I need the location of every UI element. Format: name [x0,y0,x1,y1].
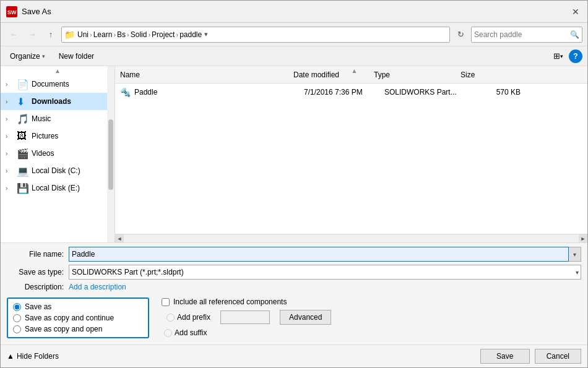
chevron-up-icon: ▲ [7,352,14,361]
sidebar-scroll-up: ▲ [1,66,115,75]
folder-icon: 📁 [64,30,75,40]
sidebar-item-downloads[interactable]: › ⬇ Downloads [1,93,115,110]
sidebar: ▲ › 📄 Documents › ⬇ Downloads › 🎵 Music … [1,66,115,242]
save-as-type-select[interactable]: SOLIDWORKS Part (*.prt;*.sldprt) [69,265,581,280]
title-bar: SW Save As ✕ [1,1,587,23]
radio-save-copy-continue-input[interactable] [13,314,21,322]
search-input[interactable] [474,30,570,39]
expand-arrow-pictures: › [6,133,13,140]
dialog-title: Save As [22,7,569,16]
cancel-button[interactable]: Cancel [535,349,581,364]
radio-save-copy-open-label: Save as copy and open [25,325,102,333]
organize-button[interactable]: Organize ▾ [6,50,50,62]
up-button[interactable]: ↑ [43,27,59,43]
sidebar-item-label-local-e: Local Disk (E:) [32,184,80,192]
sidebar-item-label-videos: Videos [32,149,54,158]
radio-save-as[interactable]: Save as [13,302,143,311]
forward-button[interactable]: → [24,27,40,43]
file-name-row: File name: ▾ [7,247,581,262]
breadcrumb-project[interactable]: Project [152,30,175,39]
back-button[interactable]: ← [6,27,22,43]
add-prefix-radio[interactable]: Add prefix [166,313,210,322]
sidebar-item-videos[interactable]: › 🎬 Videos [1,145,115,162]
add-description-link[interactable]: Add a description [69,283,126,291]
horizontal-scrollbar[interactable]: ◄ ► [115,234,587,242]
sidebar-item-local-c[interactable]: › 💻 Local Disk (C:) [1,162,115,179]
file-icon: 🔩 [120,87,131,97]
close-button[interactable]: ✕ [569,5,582,19]
pictures-icon: 🖼 [17,131,28,142]
sidebar-item-pictures[interactable]: › 🖼 Pictures [1,127,115,145]
sidebar-scrollbar-thumb [108,119,113,190]
breadcrumb-uni[interactable]: Uni [77,30,89,39]
new-folder-button[interactable]: New folder [54,50,98,62]
include-referenced-row: Include all referenced components [162,297,581,306]
help-button[interactable]: ? [569,49,582,63]
radio-save-copy-open[interactable]: Save as copy and open [13,325,143,333]
sidebar-item-documents[interactable]: › 📄 Documents [1,75,115,93]
expand-arrow-downloads: › [6,98,13,105]
hscroll-left[interactable]: ◄ [115,234,124,243]
file-list: ▲ Name Date modified Type Size 🔩 Paddle … [115,66,587,242]
sidebar-scrollbar[interactable] [107,66,115,242]
add-suffix-radio[interactable]: Add suffix [164,328,207,337]
radio-save-copy-continue[interactable]: Save as copy and continue [13,314,143,322]
options-area: Save as Save as copy and continue Save a… [7,295,581,341]
view-button[interactable]: ⊞ ▾ [550,49,566,64]
radio-save-copy-continue-label: Save as copy and continue [25,314,114,322]
add-suffix-input[interactable] [164,329,172,337]
add-prefix-input[interactable] [166,314,175,322]
add-suffix-label: Add suffix [175,328,207,337]
app-icon: SW [6,6,18,18]
hide-folders-button[interactable]: ▲ Hide Folders [7,352,59,361]
title-bar-controls: ✕ [569,5,582,19]
right-options: Include all referenced components Add pr… [149,297,581,338]
breadcrumb-bar[interactable]: 📁 Uni › Learn › Bs › Solid › Project › p… [61,27,450,43]
bottom-panel: File name: ▾ Save as type: SOLIDWORKS Pa… [1,242,587,344]
hscroll-right[interactable]: ► [579,234,587,243]
prefix-text-input[interactable] [220,310,270,324]
col-header-name[interactable]: Name [120,71,293,79]
breadcrumb: Uni › Learn › Bs › Solid › Project › pad… [77,30,202,39]
file-name-dropdown[interactable]: ▾ [569,247,581,262]
include-referenced-label: Include all referenced components [173,297,287,306]
breadcrumb-dropdown[interactable]: ▾ [202,30,210,38]
breadcrumb-bs[interactable]: Bs [117,30,126,39]
search-box: 🔍 [471,27,582,43]
radio-save-copy-open-input[interactable] [13,325,21,333]
local-c-icon: 💻 [17,165,28,177]
sidebar-item-music[interactable]: › 🎵 Music [1,110,115,127]
expand-arrow: › [6,81,13,88]
breadcrumb-solid[interactable]: Solid [131,30,147,39]
col-header-size[interactable]: Size [460,71,510,79]
action-bar: ▲ Hide Folders Save Cancel [1,344,587,367]
music-icon: 🎵 [17,113,28,125]
expand-arrow-music: › [6,116,13,122]
save-as-type-row: Save as type: SOLIDWORKS Part (*.prt;*.s… [7,265,581,280]
file-name-input[interactable] [69,247,569,262]
table-row[interactable]: 🔩 Paddle 7/1/2016 7:36 PM SOLIDWORKS Par… [115,83,587,101]
refresh-button[interactable]: ↻ [452,27,469,43]
file-list-header: ▲ Name Date modified Type Size [115,66,587,83]
col-header-type[interactable]: Type [374,71,460,79]
include-referenced-checkbox[interactable] [162,298,170,306]
sidebar-item-local-e[interactable]: › 💾 Local Disk (E:) [1,179,115,197]
search-icon: 🔍 [570,30,579,39]
breadcrumb-paddle[interactable]: paddle [179,30,202,39]
hide-folders-label: Hide Folders [17,352,59,361]
toolbar: Organize ▾ New folder ⊞ ▾ ? [1,46,587,66]
expand-arrow-local-e: › [6,185,13,192]
radio-save-as-input[interactable] [13,303,21,311]
col-header-date[interactable]: Date modified [293,71,374,79]
sidebar-item-label-pictures: Pictures [32,132,58,140]
file-size: 570 KB [471,88,521,96]
sidebar-item-label-downloads: Downloads [32,97,71,106]
videos-icon: 🎬 [17,148,28,160]
expand-arrow-videos: › [6,150,13,157]
svg-text:SW: SW [7,9,17,15]
advanced-button[interactable]: Advanced [280,310,331,325]
file-list-body: 🔩 Paddle 7/1/2016 7:36 PM SOLIDWORKS Par… [115,83,587,234]
save-button[interactable]: Save [480,349,530,364]
breadcrumb-learn[interactable]: Learn [93,30,113,39]
save-as-dialog: SW Save As ✕ ← → ↑ 📁 Uni › Learn › Bs › … [0,0,588,368]
